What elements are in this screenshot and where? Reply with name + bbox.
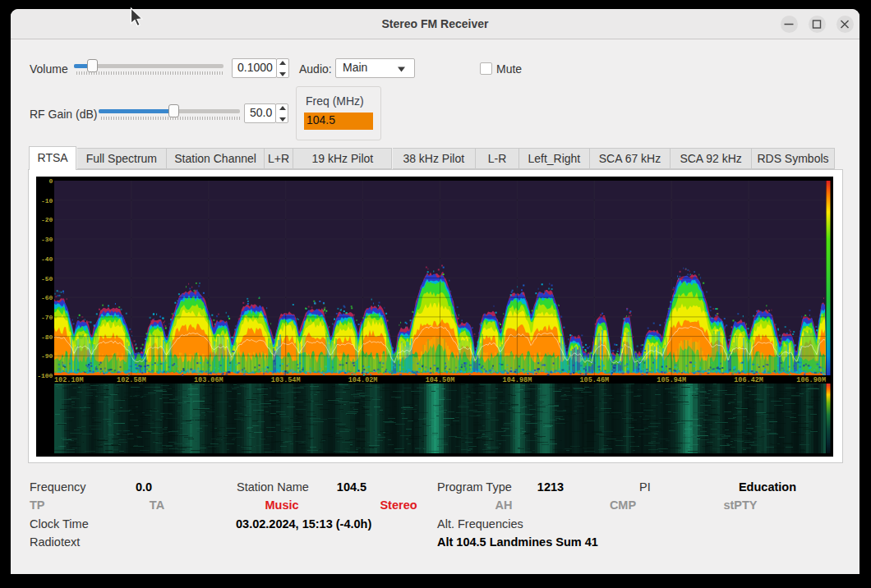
svg-text:104.02M: 104.02M (348, 376, 378, 384)
svg-text:-40: -40 (41, 255, 53, 263)
svg-text:-50: -50 (41, 275, 53, 283)
svg-text:102.10M: 102.10M (54, 376, 84, 384)
svg-text:-90: -90 (41, 352, 53, 360)
svg-text:103.06M: 103.06M (194, 376, 224, 384)
svg-text:-10: -10 (41, 197, 53, 204)
svg-text:-60: -60 (41, 294, 53, 301)
svg-text:105.94M: 105.94M (657, 376, 686, 384)
svg-text:-30: -30 (41, 236, 53, 243)
svg-text:-80: -80 (41, 333, 53, 341)
svg-text:-20: -20 (41, 216, 53, 223)
svg-text:102.58M: 102.58M (117, 376, 146, 384)
svg-text:-70: -70 (41, 314, 53, 321)
svg-text:106.42M: 106.42M (734, 376, 763, 384)
svg-text:-100: -100 (37, 372, 53, 379)
svg-text:0: 0 (49, 177, 53, 185)
svg-text:104.98M: 104.98M (503, 376, 532, 384)
svg-text:105.46M: 105.46M (579, 376, 609, 384)
svg-text:104.50M: 104.50M (426, 376, 455, 384)
svg-text:106.90M: 106.90M (796, 376, 826, 384)
svg-text:103.54M: 103.54M (271, 376, 301, 384)
